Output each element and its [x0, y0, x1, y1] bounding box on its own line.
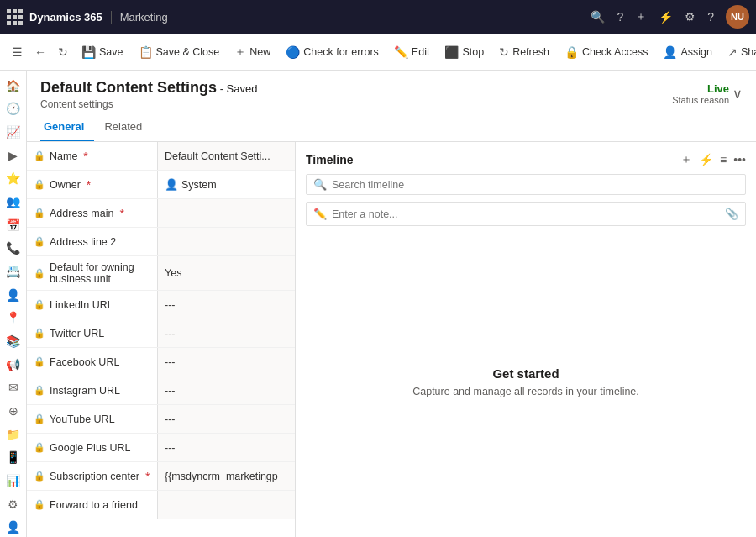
save-button[interactable]: 💾 Save [75, 42, 130, 62]
help-icon[interactable]: ? [617, 10, 623, 24]
field-label-default-owning: 🔒 Default for owning business unit [27, 256, 157, 290]
search-icon[interactable]: 🔍 [591, 10, 605, 24]
tab-general[interactable]: General [40, 115, 94, 141]
field-value-subscription[interactable]: {{msdyncrm_marketingp [157, 462, 295, 490]
lock-icon-youtube: 🔒 [34, 413, 45, 424]
lock-icon-address-line2: 🔒 [34, 236, 45, 247]
field-value-facebook[interactable]: --- [157, 348, 295, 376]
status-label: Live [672, 82, 729, 95]
field-row-twitter: 🔒 Twitter URL --- [27, 319, 295, 348]
sidebar-item-recent[interactable]: 🕐 [2, 99, 25, 119]
timeline-search-icon: 🔍 [313, 178, 327, 191]
sidebar-item-email[interactable]: ✉ [2, 378, 25, 398]
module-name[interactable]: Marketing [111, 11, 168, 24]
page-subtitle: Content settings [40, 98, 257, 110]
status-chevron-icon[interactable]: ∨ [732, 86, 743, 102]
required-indicator-subscription: * [145, 470, 150, 483]
sidebar-item-files[interactable]: 📁 [2, 424, 25, 445]
user-avatar[interactable]: NU [726, 5, 749, 29]
timeline-filter-icon[interactable]: ⚡ [699, 153, 713, 166]
sidebar-item-contacts2[interactable]: 📇 [2, 261, 25, 282]
field-value-linkedin[interactable]: --- [157, 291, 295, 319]
share-button[interactable]: ↗ Share [721, 42, 756, 62]
timeline-more-icon[interactable]: ••• [733, 153, 746, 166]
question-icon[interactable]: ? [707, 10, 714, 24]
tab-related[interactable]: Related [101, 115, 152, 141]
field-value-name[interactable]: Default Content Setti... [157, 142, 295, 170]
stop-button[interactable]: ⬛ Stop [438, 42, 491, 62]
sidebar-item-reports[interactable]: 📊 [2, 471, 25, 491]
timeline-view-icon[interactable]: ≡ [720, 153, 727, 166]
timeline-search-input[interactable] [332, 179, 738, 191]
sidebar-item-profile[interactable]: 👤 [2, 517, 25, 537]
address-line2-input[interactable] [165, 236, 288, 248]
timeline-empty-title: Get started [492, 366, 559, 381]
field-label-youtube: 🔒 YouTube URL [27, 405, 157, 433]
save-close-icon: 📋 [139, 45, 153, 59]
saved-badge: - Saved [220, 82, 258, 95]
sidebar-item-messages[interactable]: 📢 [2, 355, 25, 375]
required-indicator-name: * [83, 150, 87, 163]
field-value-youtube[interactable]: --- [157, 405, 295, 433]
timeline-note-entry[interactable]: ✏️ 📎 [306, 202, 746, 226]
add-icon[interactable]: ＋ [635, 9, 647, 24]
field-row-owner: 🔒 Owner * 👤 System [27, 171, 295, 199]
field-value-instagram[interactable]: --- [157, 376, 295, 404]
sidebar-item-calendar[interactable]: 📅 [2, 215, 25, 235]
timeline-attachment-icon[interactable]: 📎 [725, 208, 738, 220]
filter-icon[interactable]: ⚡ [659, 10, 673, 24]
form-timeline-area: 🔒 Name * Default Content Setti... 🔒 Owne… [27, 142, 756, 537]
field-value-owner[interactable]: 👤 System [157, 171, 295, 198]
owner-person-icon: 👤 [165, 178, 178, 191]
check-access-button[interactable]: 🔒 Check Access [558, 42, 655, 62]
settings-icon[interactable]: ⚙ [685, 10, 696, 24]
app-name[interactable]: Dynamics 365 [29, 11, 102, 24]
sidebar-item-home[interactable]: 🏠 [2, 76, 25, 96]
save-icon: 💾 [81, 45, 96, 59]
field-label-subscription: 🔒 Subscription center * [27, 462, 157, 490]
field-row-instagram: 🔒 Instagram URL --- [27, 376, 295, 405]
refresh-button[interactable]: ↻ Refresh [492, 42, 556, 62]
timeline-empty-subtitle: Capture and manage all records in your t… [412, 386, 639, 397]
sidebar-item-phone2[interactable]: 📱 [2, 448, 25, 468]
sidebar-item-library[interactable]: 📚 [2, 331, 25, 351]
check-errors-button[interactable]: 🔵 Check for errors [279, 42, 386, 62]
sidebar-item-contacts[interactable]: 👥 [2, 192, 25, 212]
sidebar-item-calls[interactable]: 📞 [2, 239, 25, 259]
address-main-input[interactable] [165, 208, 288, 219]
apps-grid-icon[interactable] [7, 9, 23, 25]
command-bar: ☰ ← ↻ 💾 Save 📋 Save & Close ＋ New 🔵 Chec… [0, 34, 756, 71]
new-button[interactable]: ＋ New [228, 41, 277, 63]
tabs-bar: General Related [27, 115, 756, 142]
field-value-address-line2[interactable] [157, 228, 295, 255]
field-value-twitter[interactable]: --- [157, 319, 295, 347]
nav-back-button[interactable]: ← [29, 42, 51, 62]
timeline-note-input[interactable] [332, 208, 720, 220]
lock-icon-google-plus: 🔒 [34, 442, 45, 453]
field-label-address-main: 🔒 Address main * [27, 199, 157, 227]
field-value-address-main[interactable] [157, 199, 295, 227]
field-value-default-owning[interactable]: Yes [157, 256, 295, 290]
sidebar-item-social[interactable]: ⊕ [2, 401, 25, 421]
lock-icon-default-owning: 🔒 [34, 268, 45, 279]
check-access-icon: 🔒 [564, 45, 579, 59]
forward-input[interactable] [165, 499, 288, 511]
sidebar-item-journey[interactable]: ▶ [2, 145, 25, 166]
nav-menu-button[interactable]: ☰ [7, 42, 28, 62]
nav-refresh-button[interactable]: ↻ [53, 42, 73, 62]
sidebar-item-locations[interactable]: 📍 [2, 308, 25, 329]
timeline-add-icon[interactable]: ＋ [680, 152, 692, 167]
sidebar-item-segments[interactable]: ⭐ [2, 169, 25, 189]
sidebar-item-users[interactable]: 👤 [2, 285, 25, 305]
sidebar-item-settings-nav[interactable]: ⚙ [2, 494, 25, 514]
sidebar-item-analytics[interactable]: 📈 [2, 122, 25, 142]
stop-icon: ⬛ [444, 45, 459, 59]
edit-button[interactable]: ✏️ Edit [387, 42, 437, 62]
field-value-forward[interactable] [157, 491, 295, 519]
field-label-twitter: 🔒 Twitter URL [27, 319, 157, 347]
save-close-button[interactable]: 📋 Save & Close [132, 42, 227, 62]
field-row-facebook: 🔒 Facebook URL --- [27, 348, 295, 376]
field-value-google-plus[interactable]: --- [157, 434, 295, 461]
assign-button[interactable]: 👤 Assign [656, 42, 719, 62]
timeline-search-bar[interactable]: 🔍 [306, 174, 746, 195]
